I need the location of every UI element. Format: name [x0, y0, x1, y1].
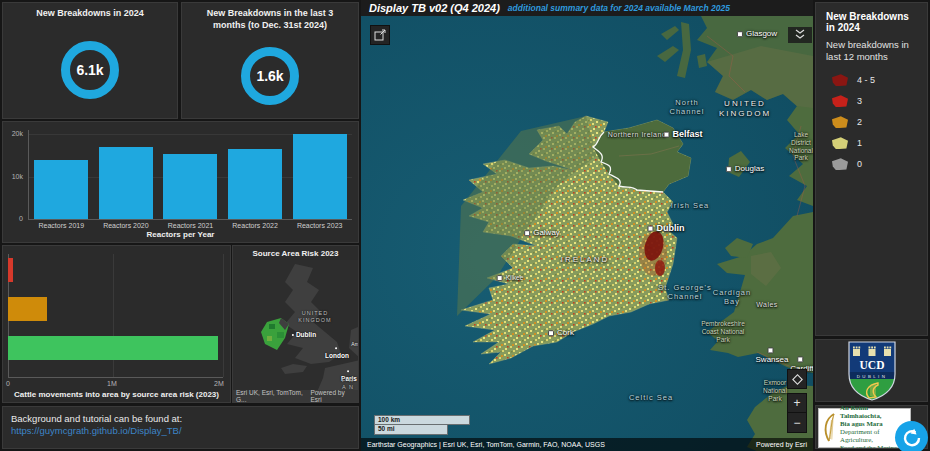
ucd-city: DUBLIN [856, 373, 887, 378]
legend-swatch [832, 137, 848, 149]
city-dot [335, 347, 337, 349]
bar-series [8, 258, 223, 375]
map-label-irish-sea: Irish Sea [671, 201, 710, 210]
cattle-movements-panel: 0 1M 2M Cattle movements into area by so… [2, 245, 231, 403]
legend-label: 1 [857, 138, 862, 148]
legend-subtitle: New breakdowns in last 12 months [816, 35, 927, 66]
scalebar: 100 km 50 mi [374, 415, 470, 435]
bar-reactors-2021[interactable] [163, 154, 217, 219]
city-dot [737, 31, 743, 37]
bar-reactors-2020[interactable] [99, 147, 153, 219]
dept-irish-line1: An Roinn Talmhaíochta, [840, 405, 910, 420]
bar-label: Reactors 2022 [225, 222, 285, 229]
minimap-labels: UNITED KINGDOMDublinLondonAmstParisF R A… [233, 260, 359, 392]
bar-label: Reactors 2019 [31, 222, 91, 229]
hbar-0[interactable] [8, 258, 13, 282]
x-tick: 2M [214, 380, 224, 387]
minimap-attribution: Esri UK, Esri, TomTom, G... Powered by E… [233, 390, 358, 402]
map-label-united-kingdom: UNITED KINGDOM [719, 99, 771, 118]
gridline [223, 254, 224, 377]
x-axis [28, 219, 352, 220]
zoom-out-button[interactable]: − [787, 413, 807, 433]
map-label-dublin: Dublin [292, 331, 316, 339]
city-dot [797, 356, 803, 362]
bar-label: Reactors 2021 [160, 222, 220, 229]
y-tick: 20k [3, 130, 23, 137]
gauge-title: New Breakdowns in the last 3 months (to … [182, 3, 358, 31]
refresh-icon [902, 428, 922, 448]
map-label-cardigan-bay: Cardigan Bay [713, 288, 751, 306]
x-tick: 1M [107, 380, 117, 387]
legend-swatch [832, 74, 848, 86]
footer-text: Background and tutorial can be found at: [3, 407, 358, 424]
scalebar-km: 100 km [374, 415, 470, 425]
legend-label: 0 [857, 159, 862, 169]
zoom-in-button[interactable]: + [787, 393, 807, 413]
legend-item: 2 [816, 112, 927, 133]
city-dot [524, 230, 530, 236]
gauge-value: 6.1k [76, 62, 103, 78]
bar-reactors-2023[interactable] [293, 134, 347, 219]
home-extent-button[interactable] [787, 369, 807, 389]
map-label-north-channel: North Channel [670, 98, 705, 116]
footer-panel: Background and tutorial can be found at:… [2, 406, 359, 449]
bar-reactors-2022[interactable] [228, 149, 282, 219]
home-diamond-icon [792, 374, 803, 385]
gauge-ring: 6.1k [61, 41, 119, 99]
legend-swatch [832, 116, 848, 128]
default-extent-button[interactable] [370, 25, 390, 45]
bar-label: Reactors 2023 [290, 222, 350, 229]
bar-reactors-2019[interactable] [34, 160, 88, 219]
chart-title: Cattle movements into area by source are… [3, 390, 230, 399]
gauge-panel-3months: New Breakdowns in the last 3 months (to … [181, 2, 359, 119]
map-label-st-george-s-channel: St. George's Channel [658, 283, 711, 301]
map-label-celtic-sea: Celtic Sea [629, 393, 673, 402]
ucd-acronym: UCD [859, 359, 884, 371]
map-title: Display TB v02 (Q4 2024) [369, 2, 500, 14]
legend-item: 3 [816, 91, 927, 112]
hbar-1[interactable] [8, 297, 47, 321]
chart-axis-title: Reactors per Year [3, 230, 358, 239]
map-label-cork: Cork [548, 328, 574, 338]
city-dot [292, 334, 294, 336]
gauge-panel-2024: New Breakdowns in 2024 6.1k [2, 2, 178, 119]
city-dot [347, 370, 349, 372]
map-label-kilkee: Kilkee [497, 274, 524, 282]
map-label-ireland: IRELAND [561, 255, 610, 265]
map-label-douglas: Douglas [726, 164, 764, 174]
legend-label: 3 [857, 96, 862, 106]
refresh-button[interactable] [895, 421, 928, 451]
x-tick: 0 [6, 380, 10, 387]
legend-items: 4 - 53210 [816, 70, 927, 175]
map-label-galway: Galway [524, 228, 560, 238]
city-dot [663, 131, 669, 137]
y-tick: 10k [3, 173, 23, 180]
collapse-panel-button[interactable] [788, 27, 812, 43]
x-axis-labels: Reactors 2019Reactors 2020Reactors 2021R… [29, 222, 352, 229]
map[interactable]: GlasgowNorth ChannelUNITED KINGDOMLake D… [361, 16, 813, 451]
powered-by-esri: Powered by Esri [310, 389, 355, 403]
ucd-crest-logo: UCD DUBLIN [848, 341, 896, 401]
harp-icon [821, 412, 838, 444]
y-tick: 0 [3, 215, 23, 222]
map-attribution: Earthstar Geographics | Esri UK, Esri, T… [361, 438, 813, 451]
map-label-swansea: Swansea [752, 345, 793, 364]
map-label-wales: Wales [756, 301, 778, 309]
hbar-2[interactable] [8, 336, 218, 360]
source-risk-map-panel: Source Area Risk 2023 UNITED KINGDOMDubl… [232, 245, 359, 403]
tutorial-link[interactable]: https://guymcgrath.github.io/Display_TB/ [3, 424, 358, 437]
legend-panel: New Breakdowns in 2024 New breakdowns in… [815, 2, 928, 336]
zoom-controls: + − [787, 393, 807, 433]
map-label-amst: Amst [351, 341, 359, 347]
map-label-pembrokeshire-coast-national-park: Pembrokeshire Coast National Park [701, 320, 745, 343]
extent-icon [374, 29, 386, 41]
map-label-paris: Paris [341, 367, 357, 383]
powered-by-esri: Powered by Esri [756, 441, 807, 448]
city-dot [648, 225, 654, 231]
bar-series [29, 132, 352, 219]
bar-label: Reactors 2020 [96, 222, 156, 229]
legend-label: 4 - 5 [857, 75, 875, 85]
minimap-title: Source Area Risk 2023 [233, 246, 358, 259]
legend-item: 0 [816, 154, 927, 175]
legend-label: 2 [857, 117, 862, 127]
